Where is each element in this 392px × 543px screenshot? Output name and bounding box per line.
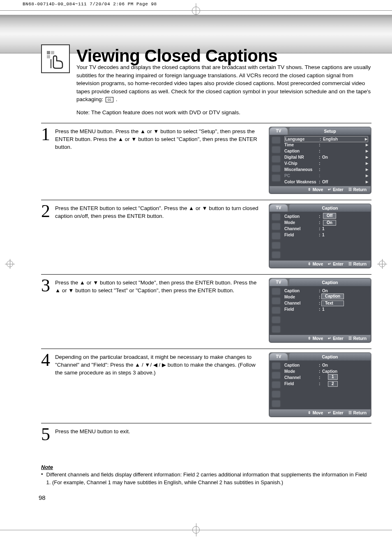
osd-row: Color Weakness:Off▶ [284, 179, 368, 185]
step: 1 Press the MENU button. Press the ▲ or … [41, 123, 371, 200]
osd-option: Text [321, 300, 344, 306]
osd-option: Caption [321, 293, 344, 299]
step: 5 Press the MENU button to exit. [41, 423, 371, 448]
footnote-title: Note [41, 464, 371, 470]
osd-sidebar-icon [272, 165, 281, 172]
footnote-text: Different channels and fields display di… [46, 471, 371, 487]
osd-sidebar-icon [272, 362, 281, 370]
osd-title: Caption [289, 279, 371, 286]
osd-row: Channel:1 [284, 226, 368, 232]
osd-sidebar-icon [272, 223, 281, 230]
osd-tv-tab: TV [270, 279, 288, 286]
osd-sidebar-icon [272, 242, 281, 249]
osd-row: Time:▶ [284, 142, 368, 148]
osd-sidebar-icon [272, 155, 281, 163]
osd-footer: ⇳Move ↵Enter ☰Return [270, 261, 371, 268]
osd-sidebar-icon [272, 400, 281, 407]
osd-sidebar-icon [272, 307, 281, 314]
osd-panel: TV Caption Caption:On Mode: Channel:1 Fi… [269, 278, 371, 343]
step: 3 Press the ▲ or ▼ button to select "Mod… [41, 274, 371, 349]
intro-note: Note: The Caption feature does not work … [76, 109, 371, 116]
osd-sidebar-icon [272, 213, 281, 221]
svg-rect-1 [47, 55, 50, 58]
step-text: Press the ▲ or ▼ button to select "Mode"… [55, 278, 265, 343]
osd-sidebar-icon [272, 174, 281, 182]
osd-row: Field:1 [284, 232, 368, 238]
osd-title: Setup [289, 127, 371, 135]
osd-sidebar-icon [272, 232, 281, 240]
osd-row: Language:English▶ [284, 136, 368, 142]
osd-panel: TV Caption Caption: Mode: Channel:1 Fiel… [269, 203, 371, 268]
page-number: 98 [39, 494, 371, 501]
osd-row: V-Chip:▶ [284, 160, 368, 166]
step-text: Depending on the particular broadcast, i… [55, 352, 265, 417]
osd-row: Caption:▶ [284, 148, 368, 154]
osd-row: Miscellaneous:▶ [284, 166, 368, 173]
osd-tv-tab: TV [270, 353, 288, 360]
osd-footer: ⇳Move ↵Enter ☰Return [270, 335, 371, 342]
osd-title: Caption [289, 204, 371, 212]
osd-panel: TV Caption Caption:On Mode:Caption Chann… [269, 352, 371, 417]
osd-sidebar-icon [272, 326, 281, 333]
osd-footer: ⇳Move ↵Enter ☰Return [270, 409, 371, 416]
touch-icon [41, 44, 70, 73]
step: 2 Press the ENTER button to select "Capt… [41, 200, 371, 274]
osd-panel: TV Setup Language:English▶ Time:▶ Captio… [269, 127, 371, 194]
osd-row: Field:1 [284, 306, 368, 312]
osd-tv-tab: TV [270, 127, 288, 135]
osd-row: Channel: [284, 374, 368, 381]
bullet-icon: • [41, 471, 43, 487]
crop-mark-top [0, 7, 392, 15]
cc-badge-icon: cc [106, 97, 113, 102]
osd-option: On [323, 220, 336, 226]
osd-option: 1 [328, 374, 338, 380]
step-number: 2 [41, 203, 52, 268]
osd-row: Mode:Caption [284, 368, 368, 374]
step-text: Press the MENU button. Press the ▲ or ▼ … [55, 127, 265, 194]
osd-option: Off [323, 213, 336, 219]
osd-sidebar-icon [272, 316, 281, 323]
osd-sidebar-icon [272, 251, 281, 259]
osd-row: Field: [284, 381, 368, 387]
osd-sidebar-icon [272, 297, 281, 305]
osd-sidebar-icon [272, 381, 281, 388]
step-text: Press the ENTER button to select "Captio… [55, 203, 265, 268]
step-text: Press the MENU button to exit. [55, 427, 134, 442]
osd-title: Caption [289, 353, 371, 360]
osd-row: Digital NR:On▶ [284, 154, 368, 160]
step-number: 1 [41, 127, 52, 194]
svg-rect-2 [51, 51, 54, 54]
osd-option: 2 [328, 381, 338, 387]
osd-sidebar-icon [272, 390, 281, 398]
osd-sidebar-icon [272, 136, 281, 144]
step-number: 3 [41, 278, 52, 343]
osd-footer: ⇳Move ↵Enter ☰Return [270, 186, 371, 193]
osd-tv-tab: TV [270, 204, 288, 212]
step: 4 Depending on the particular broadcast,… [41, 349, 371, 423]
osd-sidebar-icon [272, 288, 281, 295]
step-number: 4 [41, 352, 52, 417]
osd-sidebar-icon [272, 146, 281, 153]
osd-row: Caption:On [284, 362, 368, 368]
osd-sidebar-icon [272, 372, 281, 379]
svg-rect-0 [47, 51, 50, 54]
footnote: Note • Different channels and fields dis… [41, 464, 371, 487]
intro-paragraph: Your TV decodes and displays the closed … [76, 63, 371, 104]
crop-mark-bottom [0, 522, 392, 538]
osd-row: PC:▶ [284, 173, 368, 179]
step-number: 5 [41, 427, 52, 442]
